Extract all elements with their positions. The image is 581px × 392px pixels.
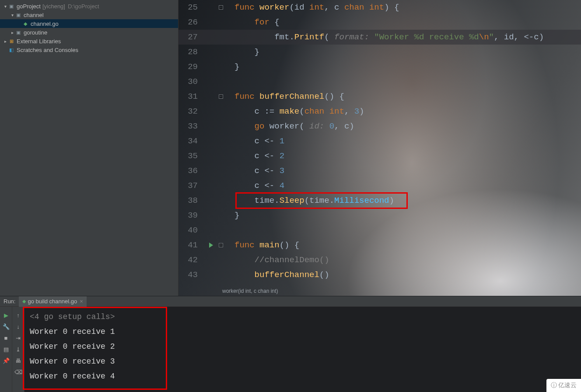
go-icon: ◆ bbox=[22, 298, 26, 304]
external-libs-label: External Libraries bbox=[17, 38, 61, 45]
code-line[interactable]: 40 bbox=[178, 223, 581, 238]
code-line[interactable]: 35 c <- 2 bbox=[178, 149, 581, 163]
code-text: go worker( id: 0, c) bbox=[234, 119, 354, 134]
project-sidebar[interactable]: ▾ ▣ goProject [yicheng] D:\goProject ▾▣c… bbox=[0, 0, 178, 296]
run-header: Run: ◆ go build channel.go × bbox=[0, 296, 581, 307]
chevron-icon: ▸ bbox=[10, 30, 15, 35]
line-number: 42 bbox=[178, 253, 203, 267]
line-number: 39 bbox=[178, 208, 203, 223]
code-line[interactable]: 26 for { bbox=[178, 15, 581, 30]
code-text: for { bbox=[234, 15, 280, 30]
code-line[interactable]: 34 c <- 1 bbox=[178, 134, 581, 149]
console-line: Worker 0 receive 3 bbox=[30, 354, 576, 369]
chevron-down-icon: ▾ bbox=[3, 4, 8, 9]
chevron-right-icon: ▸ bbox=[3, 39, 8, 44]
run-panel: Run: ◆ go build channel.go × ▶ 🔧 ■ ▤ 📌 ↑… bbox=[0, 296, 581, 392]
code-text: } bbox=[234, 45, 259, 59]
code-text: c <- 3 bbox=[234, 163, 284, 178]
code-line[interactable]: 41−func main() { bbox=[178, 238, 581, 253]
code-line[interactable]: 28 } bbox=[178, 45, 581, 59]
scratch-icon: ◧ bbox=[8, 46, 15, 53]
code-line[interactable]: 38 time.Sleep(time.Millisecond) bbox=[178, 193, 581, 208]
fold-icon[interactable]: − bbox=[219, 94, 223, 99]
code-line[interactable]: 29} bbox=[178, 59, 581, 74]
code-line[interactable]: 30 bbox=[178, 74, 581, 89]
code-line[interactable]: 37 c <- 4 bbox=[178, 178, 581, 193]
project-root-name: goProject bbox=[17, 3, 41, 10]
line-number: 25 bbox=[178, 0, 203, 15]
code-editor[interactable]: 25−func worker(id int, c chan int) {26 f… bbox=[178, 0, 581, 296]
chevron-icon: ▾ bbox=[10, 13, 15, 17]
code-text: fmt.Printf( format: "Worker %d receive %… bbox=[234, 30, 544, 45]
gutter bbox=[203, 243, 219, 248]
line-number: 41 bbox=[178, 238, 203, 253]
tools-icon[interactable]: 🔧 bbox=[3, 321, 10, 332]
run-gutter-icon[interactable] bbox=[209, 243, 213, 248]
down-icon[interactable]: ↓ bbox=[17, 321, 20, 332]
code-line[interactable]: 25−func worker(id int, c chan int) { bbox=[178, 0, 581, 15]
breadcrumb[interactable]: worker(id int, c chan int) bbox=[219, 286, 281, 296]
tree-item-label: channel bbox=[24, 12, 44, 18]
wrap-icon[interactable]: ⇥ bbox=[16, 332, 21, 343]
pin-icon[interactable]: 📌 bbox=[3, 355, 10, 366]
line-number: 26 bbox=[178, 15, 203, 30]
run-tab[interactable]: ◆ go build channel.go × bbox=[19, 296, 86, 307]
code-text: c <- 1 bbox=[234, 134, 284, 149]
scratches-label: Scratches and Consoles bbox=[17, 47, 78, 53]
line-number: 35 bbox=[178, 149, 203, 163]
code-line[interactable]: 27 fmt.Printf( format: "Worker %d receiv… bbox=[178, 30, 581, 45]
folder-item[interactable]: ▸▣goroutine bbox=[0, 28, 178, 37]
console-line: <4 go setup calls> bbox=[30, 309, 576, 324]
line-number: 36 bbox=[178, 163, 203, 178]
line-number: 34 bbox=[178, 134, 203, 149]
libraries-icon: ⊞ bbox=[8, 38, 15, 45]
code-text: } bbox=[234, 59, 239, 74]
tree-item-label: channel.go bbox=[31, 21, 59, 27]
console-output[interactable]: <4 go setup calls>Worker 0 receive 1Work… bbox=[24, 307, 581, 392]
print-icon[interactable]: 🖶 bbox=[15, 355, 21, 366]
console-line: Worker 0 receive 4 bbox=[30, 369, 576, 384]
folder-icon: ▣ bbox=[15, 29, 22, 36]
code-line[interactable]: 42 //channelDemo() bbox=[178, 253, 581, 267]
project-root-path: D:\goProject bbox=[68, 3, 99, 10]
code-text: time.Sleep(time.Millisecond) bbox=[234, 193, 394, 208]
code-text: func main() { bbox=[234, 238, 299, 253]
scratches-consoles[interactable]: ◧ Scratches and Consoles bbox=[0, 45, 178, 54]
code-line[interactable]: 39} bbox=[178, 208, 581, 223]
rerun-icon[interactable]: ▶ bbox=[4, 309, 8, 321]
watermark-icon: ⓘ bbox=[551, 382, 556, 389]
line-number: 32 bbox=[178, 104, 203, 119]
code-text: func bufferChannel() { bbox=[234, 89, 344, 104]
code-line[interactable]: 32 c := make(chan int, 3) bbox=[178, 104, 581, 119]
code-line[interactable]: 31−func bufferChannel() { bbox=[178, 89, 581, 104]
stop-icon[interactable]: ■ bbox=[4, 332, 8, 343]
layout-icon[interactable]: ▤ bbox=[4, 343, 9, 355]
project-root[interactable]: ▾ ▣ goProject [yicheng] D:\goProject bbox=[0, 2, 178, 10]
code-line[interactable]: 36 c <- 3 bbox=[178, 163, 581, 178]
run-toolbar-right: ↑ ↓ ⇥ ⤓ 🖶 ⌫ bbox=[12, 307, 24, 392]
run-label: Run: bbox=[4, 298, 15, 305]
line-number: 28 bbox=[178, 45, 203, 59]
watermark-text: 亿速云 bbox=[558, 382, 577, 389]
fold-icon[interactable]: − bbox=[219, 243, 223, 247]
folder-icon: ▣ bbox=[15, 11, 22, 18]
code-line[interactable]: 43 bufferChannel() bbox=[178, 267, 581, 282]
line-number: 38 bbox=[178, 193, 203, 208]
code-text: c <- 4 bbox=[234, 178, 284, 193]
run-toolbar-left: ▶ 🔧 ■ ▤ 📌 bbox=[0, 307, 12, 392]
external-libraries[interactable]: ▸ ⊞ External Libraries bbox=[0, 37, 178, 45]
console-line: Worker 0 receive 2 bbox=[30, 339, 576, 354]
code-line[interactable]: 33 go worker( id: 0, c) bbox=[178, 119, 581, 134]
line-number: 37 bbox=[178, 178, 203, 193]
go-file-icon: ◆ bbox=[22, 20, 29, 27]
up-icon[interactable]: ↑ bbox=[17, 309, 20, 321]
scroll-icon[interactable]: ⤓ bbox=[16, 343, 21, 355]
close-icon[interactable]: × bbox=[80, 298, 83, 305]
line-number: 43 bbox=[178, 267, 203, 282]
fold-icon[interactable]: − bbox=[219, 5, 223, 10]
file-item[interactable]: ◆channel.go bbox=[0, 19, 178, 28]
code-text: } bbox=[234, 208, 239, 223]
clear-icon[interactable]: ⌫ bbox=[14, 366, 22, 378]
folder-item[interactable]: ▾▣channel bbox=[0, 10, 178, 19]
console-line: Worker 0 receive 1 bbox=[30, 324, 576, 339]
